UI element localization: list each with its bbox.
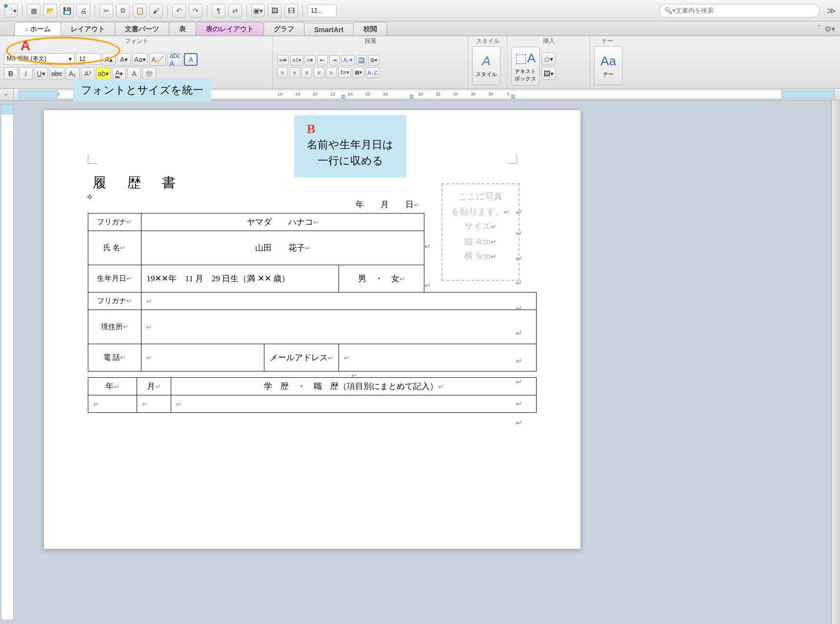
undo-button[interactable]: ↶ bbox=[172, 4, 186, 18]
align-left-button[interactable]: ≡ bbox=[277, 67, 288, 78]
home-icon: ⌂ bbox=[25, 26, 28, 33]
style-group-title: スタイル bbox=[472, 37, 503, 46]
font-size-dropdown[interactable] bbox=[76, 53, 100, 65]
paste-button[interactable]: 📋 bbox=[133, 4, 146, 18]
change-case-button[interactable]: Aa▾ bbox=[132, 53, 148, 66]
format-painter-button[interactable]: 🖌 bbox=[149, 4, 163, 18]
annotation-a-callout: フォントとサイズを統一 bbox=[73, 79, 211, 100]
textbox-icon: ⬚A bbox=[515, 51, 536, 66]
subscript-button[interactable]: A₂ bbox=[66, 67, 80, 80]
search-input[interactable] bbox=[676, 7, 815, 14]
increase-indent-button[interactable]: ⇥ bbox=[329, 55, 340, 66]
style-button[interactable]: A スタイル bbox=[472, 46, 500, 85]
search-box[interactable]: 🔍▾ bbox=[659, 4, 820, 18]
character-border-button[interactable]: A bbox=[184, 53, 198, 66]
bullets-button[interactable]: ≡•▾ bbox=[277, 55, 289, 66]
highlight-button[interactable]: ab▾ bbox=[96, 67, 111, 80]
redo-button[interactable]: ↷ bbox=[189, 4, 202, 18]
pilcrow-button[interactable]: ¶ bbox=[212, 4, 225, 18]
shapes-button[interactable]: ◇▾ bbox=[541, 53, 556, 65]
italic-button[interactable]: I bbox=[19, 67, 33, 80]
decrease-font-button[interactable]: A▾ bbox=[117, 53, 131, 66]
theme-icon: Aa bbox=[600, 54, 616, 69]
media-button[interactable]: 🎞 bbox=[284, 4, 298, 18]
font-color-button[interactable]: A▾ bbox=[112, 67, 126, 80]
justify-button[interactable]: ≡ bbox=[314, 67, 324, 78]
cut-button[interactable]: ✂ bbox=[100, 4, 113, 18]
tab-selector-button[interactable]: ⌐ bbox=[0, 89, 14, 100]
phonetic-button[interactable]: abcA bbox=[167, 53, 182, 66]
theme-group-title: テー bbox=[594, 37, 620, 46]
ribbon-tabs: ⌂ホーム レイアウト 文書パーツ 表 表のレイアウト グラフ SmartArt … bbox=[0, 21, 840, 36]
shading-button[interactable]: ▦▾ bbox=[353, 67, 364, 78]
enclosed-char-button[interactable]: ㊞ bbox=[142, 67, 156, 80]
align-right-button[interactable]: ≡ bbox=[301, 67, 312, 78]
textbox-button[interactable]: ⬚A テキスト ボックス bbox=[511, 47, 540, 86]
tab-smartart[interactable]: SmartArt bbox=[304, 23, 354, 36]
main-toolbar: 📄▾ ▦ 📂 💾 🖨 ✂ ⧉ 📋 🖌 ↶ ↷ ¶ ⇄ ▣▾ 🖼 🎞 🔍▾ ≫ bbox=[0, 0, 840, 21]
decrease-indent-button[interactable]: ⇤ bbox=[317, 55, 328, 66]
paragraph-group-title: 段落 bbox=[277, 37, 464, 46]
open-button[interactable]: 📂 bbox=[43, 4, 57, 18]
gallery-button[interactable]: 🖼 bbox=[268, 4, 281, 18]
sort-button[interactable]: 🔤 bbox=[356, 55, 367, 66]
insert-group-title: 挿入 bbox=[511, 37, 586, 46]
print-button[interactable]: 🖨 bbox=[77, 4, 90, 18]
picture-button[interactable]: 🖼▾ bbox=[541, 67, 556, 80]
superscript-button[interactable]: A² bbox=[81, 67, 95, 80]
sidebar-button[interactable]: ▣▾ bbox=[251, 4, 265, 18]
grid-icon[interactable]: ▦ bbox=[27, 4, 40, 18]
tab-chart[interactable]: グラフ bbox=[263, 22, 304, 36]
toolbar-font-size[interactable] bbox=[307, 4, 337, 17]
gear-icon[interactable]: ⚙▾ bbox=[824, 24, 835, 34]
strike-button[interactable]: abc bbox=[49, 67, 64, 80]
tab-table-layout[interactable]: 表のレイアウト bbox=[196, 22, 264, 36]
tab-layout[interactable]: レイアウト bbox=[60, 22, 115, 36]
sort-az-button[interactable]: A↓Z bbox=[366, 67, 380, 78]
expand-icon[interactable]: ≫ bbox=[827, 5, 836, 16]
save-button[interactable]: 💾 bbox=[60, 4, 74, 18]
tab-parts[interactable]: 文書パーツ bbox=[115, 22, 169, 36]
tab-home[interactable]: ⌂ホーム bbox=[15, 22, 61, 36]
style-icon: A bbox=[482, 54, 490, 69]
tab-review[interactable]: 校閲 bbox=[353, 22, 387, 36]
underline-button[interactable]: U▾ bbox=[34, 67, 48, 80]
search-icon: 🔍▾ bbox=[664, 7, 676, 14]
distribute-button[interactable]: ≡ bbox=[326, 67, 337, 78]
collapse-ribbon-icon[interactable]: ˆ bbox=[818, 24, 820, 34]
tab-table[interactable]: 表 bbox=[169, 22, 196, 36]
font-name-dropdown[interactable]: MS 明朝 (本文)▾ bbox=[4, 53, 75, 65]
character-shading-button[interactable]: A bbox=[127, 67, 141, 80]
copy-button[interactable]: ⧉ bbox=[116, 4, 130, 18]
text-direction-button[interactable]: A↕▾ bbox=[341, 55, 355, 66]
numbering-button[interactable]: ≡1▾ bbox=[290, 55, 303, 66]
borders-button[interactable]: ⊞▾ bbox=[368, 55, 380, 66]
increase-font-button[interactable]: A▴ bbox=[102, 53, 116, 66]
clear-format-button[interactable]: A🧹 bbox=[149, 53, 166, 66]
multilevel-button[interactable]: ≡▾ bbox=[305, 55, 316, 66]
annotation-a-label: A bbox=[20, 38, 30, 54]
theme-button[interactable]: Aa テー bbox=[594, 46, 622, 85]
new-document-button[interactable]: 📄▾ bbox=[4, 4, 18, 18]
toggle-button[interactable]: ⇄ bbox=[228, 4, 242, 18]
bold-button[interactable]: B bbox=[4, 67, 18, 80]
line-spacing-button[interactable]: ‡≡▾ bbox=[338, 67, 351, 78]
font-group-title: フォント bbox=[4, 37, 269, 46]
align-center-button[interactable]: ≡ bbox=[289, 67, 300, 78]
